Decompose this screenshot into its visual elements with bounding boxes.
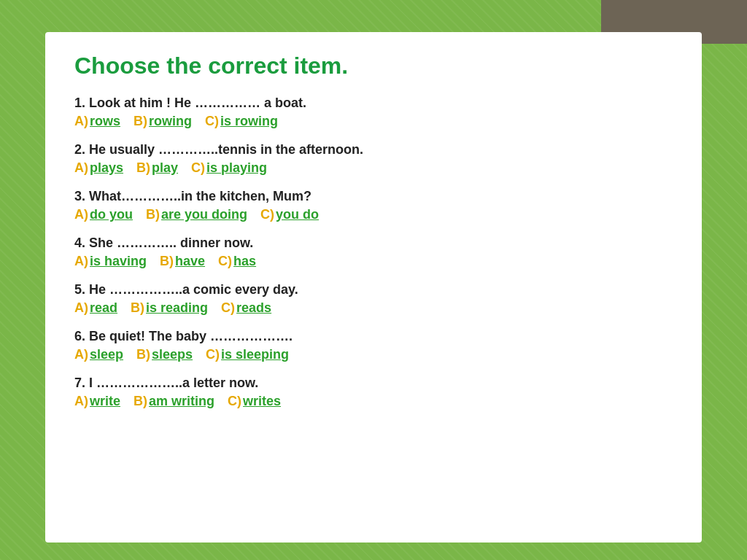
options-row-6: A) sleepB) sleepsC) is sleeping [74, 347, 673, 362]
option-text-q5-2[interactable]: is reading [146, 300, 208, 316]
option-text-q3-2[interactable]: are you doing [161, 207, 247, 222]
option-text-q3-1[interactable]: do you [90, 207, 133, 222]
options-row-3: A) do youB) are you doingC) you do [74, 207, 673, 222]
option-text-q1-1[interactable]: rows [90, 114, 120, 129]
option-label-q1-2: B) [133, 114, 147, 129]
question-text-2: 2. He usually …………..tennis in the aftern… [74, 142, 673, 158]
question-block-6: 6. Be quiet! The baby ……………….A) sleepB) … [74, 329, 673, 362]
option-label-q6-1: A) [74, 347, 88, 362]
option-label-q7-1: A) [74, 394, 88, 409]
page-title: Choose the correct item. [74, 52, 673, 79]
option-label-q2-2: B) [136, 160, 150, 176]
question-block-2: 2. He usually …………..tennis in the aftern… [74, 142, 673, 176]
option-label-q1-3: C) [205, 114, 219, 129]
options-row-1: A) rowsB) rowingC) is rowing [74, 114, 673, 129]
option-label-q6-2: B) [136, 347, 150, 362]
question-text-6: 6. Be quiet! The baby ………………. [74, 329, 673, 344]
option-text-q2-1[interactable]: plays [90, 160, 123, 176]
question-block-1: 1. Look at him ! He …………… a boat.A) rows… [74, 96, 673, 129]
question-text-4: 4. She ………….. dinner now. [74, 236, 673, 251]
option-text-q3-3[interactable]: you do [276, 207, 319, 222]
questions-container: 1. Look at him ! He …………… a boat.A) rows… [74, 96, 673, 409]
question-block-7: 7. I ………………..a letter now.A) writeB) am … [74, 376, 673, 409]
question-text-3: 3. What…………..in the kitchen, Mum? [74, 189, 673, 204]
options-row-2: A) playsB) playC) is playing [74, 160, 673, 176]
option-text-q2-3[interactable]: is playing [206, 160, 267, 176]
option-text-q7-2[interactable]: am writing [149, 394, 214, 409]
option-text-q4-3[interactable]: has [233, 254, 256, 269]
question-block-3: 3. What…………..in the kitchen, Mum?A) do y… [74, 189, 673, 222]
option-label-q7-3: C) [228, 394, 241, 409]
option-label-q3-2: B) [146, 207, 160, 222]
option-text-q6-3[interactable]: is sleeping [221, 347, 289, 362]
option-label-q5-3: C) [221, 300, 235, 316]
option-label-q5-2: B) [131, 300, 144, 316]
option-text-q4-1[interactable]: is having [90, 254, 147, 269]
question-text-7: 7. I ………………..a letter now. [74, 376, 673, 391]
option-text-q6-2[interactable]: sleeps [152, 347, 193, 362]
question-block-5: 5. He ……………..a comic every day.A) readB)… [74, 282, 673, 316]
main-card: Choose the correct item. 1. Look at him … [45, 32, 702, 542]
option-label-q5-1: A) [74, 300, 88, 316]
option-text-q1-2[interactable]: rowing [149, 114, 192, 129]
option-text-q5-3[interactable]: reads [236, 300, 271, 316]
option-text-q6-1[interactable]: sleep [90, 347, 123, 362]
option-label-q4-3: C) [218, 254, 232, 269]
options-row-5: A) readB) is readingC) reads [74, 300, 673, 316]
option-label-q1-1: A) [74, 114, 88, 129]
question-block-4: 4. She ………….. dinner now.A) is havingB) … [74, 236, 673, 269]
option-label-q4-1: A) [74, 254, 88, 269]
options-row-7: A) writeB) am writingC) writes [74, 394, 673, 409]
option-label-q4-2: B) [160, 254, 174, 269]
option-label-q2-3: C) [191, 160, 205, 176]
question-text-5: 5. He ……………..a comic every day. [74, 282, 673, 298]
option-label-q2-1: A) [74, 160, 88, 176]
option-text-q2-2[interactable]: play [152, 160, 178, 176]
option-label-q3-3: C) [260, 207, 274, 222]
option-text-q7-3[interactable]: writes [243, 394, 281, 409]
question-text-1: 1. Look at him ! He …………… a boat. [74, 96, 673, 111]
option-text-q7-1[interactable]: write [90, 394, 120, 409]
option-label-q7-2: B) [133, 394, 147, 409]
option-label-q3-1: A) [74, 207, 88, 222]
option-text-q4-2[interactable]: have [175, 254, 205, 269]
option-label-q6-3: C) [206, 347, 220, 362]
option-text-q5-1[interactable]: read [90, 300, 117, 316]
option-text-q1-3[interactable]: is rowing [220, 114, 278, 129]
options-row-4: A) is havingB) haveC) has [74, 254, 673, 269]
